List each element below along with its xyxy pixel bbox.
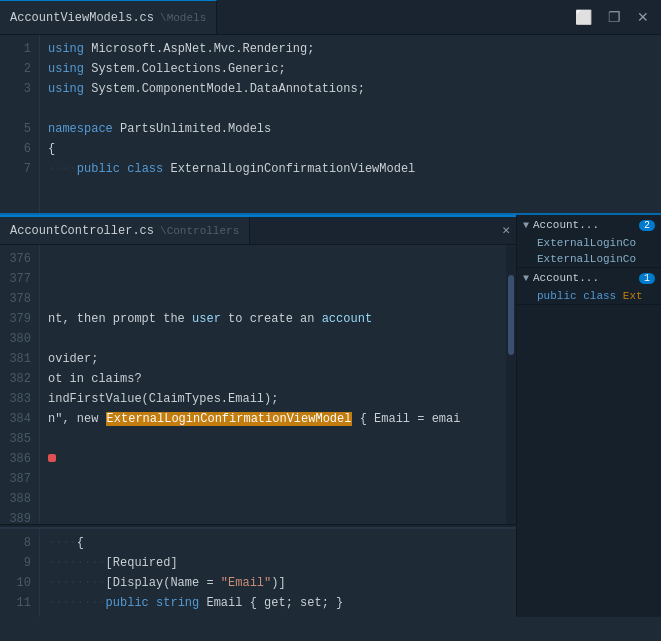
top-tab-bar: AccountViewModels.cs \Models ⬜ ❐ ✕	[0, 0, 661, 35]
top-editor: 1 2 3 5 6 7 using Microsoft.AspNet.Mvc.R…	[0, 35, 661, 215]
code-line-6: {	[48, 139, 653, 159]
lower-code-line-9: ········[Required]	[48, 553, 508, 573]
restore-button[interactable]: ❐	[604, 7, 625, 27]
code-line-387	[48, 469, 498, 489]
rp-item-0-1[interactable]: ExternalLoginCo	[517, 251, 661, 267]
scrollbar-thumb[interactable]	[508, 275, 514, 355]
bottom-code-area[interactable]: nt, then prompt the user to create an ac…	[40, 245, 506, 524]
tab-filename: AccountViewModels.cs	[10, 11, 154, 25]
rp-section-1: ▼ Account... 2 ExternalLoginCo ExternalL…	[517, 215, 661, 268]
window-actions: ⬜ ❐ ✕	[571, 7, 661, 27]
lower-code-area[interactable]: ····{ ········[Required] ········[Displa…	[40, 529, 516, 617]
code-line-377	[48, 269, 498, 289]
code-line-379: nt, then prompt the user to create an ac…	[48, 309, 498, 329]
bottom-line-numbers: 376 377 378 379 380 381 382 383 384 385 …	[0, 245, 40, 524]
tab-account-controller[interactable]: AccountController.cs \Controllers	[0, 217, 250, 244]
code-line-3: using System.ComponentModel.DataAnnotati…	[48, 79, 653, 99]
lower-code-section: 8 9 10 11 ····{ ········[Required] ·····…	[0, 527, 516, 617]
code-line-1: using Microsoft.AspNet.Mvc.Rendering;	[48, 39, 653, 59]
cursor-line	[0, 213, 661, 215]
rp-section-1-label: Account...	[533, 219, 635, 231]
top-line-numbers: 1 2 3 5 6 7	[0, 35, 40, 215]
right-panel: ▼ Account... 2 ExternalLoginCo ExternalL…	[516, 215, 661, 617]
code-line-382: ot in claims?	[48, 369, 498, 389]
code-line-4	[48, 99, 653, 119]
tab-breadcrumb: \Models	[160, 12, 206, 24]
rp-arrow-2: ▼	[523, 273, 529, 284]
code-line-388	[48, 489, 498, 509]
lower-code-line-11: ········public string Email { get; set; …	[48, 593, 508, 613]
code-line-7: ····public class ExternalLoginConfirmati…	[48, 159, 653, 179]
code-line-384: n", new ExternalLoginConfirmationViewMod…	[48, 409, 498, 429]
code-line-381: ovider;	[48, 349, 498, 369]
code-line-5: namespace PartsUnlimited.Models	[48, 119, 653, 139]
bottom-editor: AccountController.cs \Controllers ✕ 376 …	[0, 215, 516, 617]
rp-section-1-badge: 2	[639, 220, 655, 231]
bottom-tab-filename: AccountController.cs	[10, 224, 154, 238]
code-line-378	[48, 289, 498, 309]
close-bottom-panel-button[interactable]: ✕	[496, 224, 516, 237]
code-line-376	[48, 249, 498, 269]
lower-code-line-8: ····{	[48, 533, 508, 553]
rp-section-2-badge: 1	[639, 273, 655, 284]
code-line-385	[48, 429, 498, 449]
tile-button[interactable]: ⬜	[571, 7, 596, 27]
rp-item-0-0[interactable]: ExternalLoginCo	[517, 235, 661, 251]
bottom-code-wrapper: 376 377 378 379 380 381 382 383 384 385 …	[0, 245, 516, 524]
rp-section-1-header[interactable]: ▼ Account... 2	[517, 215, 661, 235]
tab-account-view-models[interactable]: AccountViewModels.cs \Models	[0, 0, 217, 34]
bottom-tab-bar: AccountController.cs \Controllers ✕	[0, 215, 516, 245]
code-line-383: indFirstValue(ClaimTypes.Email);	[48, 389, 498, 409]
close-top-button[interactable]: ✕	[633, 7, 653, 27]
rp-section-2-label: Account...	[533, 272, 635, 284]
bottom-editor-split: AccountController.cs \Controllers ✕ 376 …	[0, 215, 661, 617]
vertical-scrollbar[interactable]	[506, 245, 516, 524]
rp-section-2-header[interactable]: ▼ Account... 1	[517, 268, 661, 288]
lower-line-numbers: 8 9 10 11	[0, 529, 40, 617]
code-line-380	[48, 329, 498, 349]
bottom-tab-breadcrumb: \Controllers	[160, 225, 239, 237]
code-line-2: using System.Collections.Generic;	[48, 59, 653, 79]
rp-section-2: ▼ Account... 1 public class Ext	[517, 268, 661, 305]
code-line-389	[48, 509, 498, 524]
rp-item-1-0[interactable]: public class Ext	[517, 288, 661, 304]
lower-code-line-10: ········[Display(Name = "Email")]	[48, 573, 508, 593]
top-code-area[interactable]: using Microsoft.AspNet.Mvc.Rendering; us…	[40, 35, 661, 215]
rp-arrow-1: ▼	[523, 220, 529, 231]
code-line-386	[48, 449, 498, 469]
